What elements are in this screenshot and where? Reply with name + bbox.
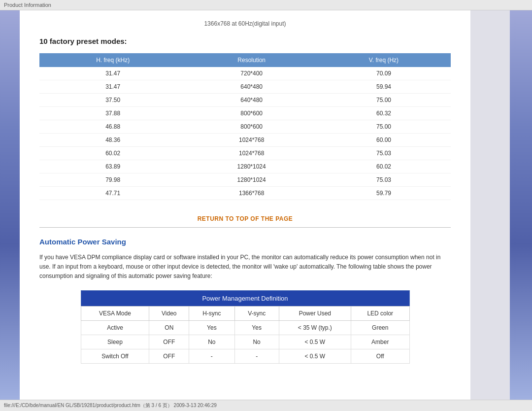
preset-col-vfreq: V. freq (Hz) [317,53,451,67]
power-active-power: < 35 W (typ.) [279,320,351,335]
table-cell: 37.50 [39,94,186,107]
top-bar: Product Information [0,0,532,10]
power-switchoff-vsync: - [234,349,279,363]
table-row: 37.50640*48075.00 [39,94,451,107]
table-cell: 75.03 [317,147,451,160]
table-cell: 60.32 [317,107,451,120]
table-cell: 640*480 [186,94,317,107]
power-switchoff-power: < 0.5 W [279,349,351,363]
power-col-powerused: Power Used [279,306,351,320]
power-sleep-led: Amber [351,335,409,349]
content-area: 1366x768 at 60Hz(digital input) 10 facto… [20,10,470,400]
power-sleep-vesa: Sleep [81,335,149,349]
power-col-video: Video [149,306,189,320]
table-cell: 1024*768 [186,147,317,160]
power-active-vesa: Active [81,320,149,335]
table-cell: 800*600 [186,120,317,134]
table-cell: 59.94 [317,80,451,94]
power-table-main-header: Power Management Definition [81,290,409,306]
table-cell: 60.00 [317,134,451,147]
table-cell: 1280*1024 [186,160,317,173]
power-row-active: Active ON Yes Yes < 35 W (typ.) Green [81,320,409,335]
power-sleep-vsync: No [234,335,279,349]
power-sleep-hsync: No [189,335,234,349]
main-layout: 1366x768 at 60Hz(digital input) 10 facto… [0,10,532,400]
table-cell: 31.47 [39,80,186,94]
power-description: If you have VESA DPM compliance display … [39,253,451,281]
right-sidebar-2 [510,10,532,400]
table-cell: 60.02 [317,160,451,173]
table-row: 46.88800*60075.00 [39,120,451,134]
right-sidebar-1 [470,10,510,400]
table-cell: 31.47 [39,67,186,80]
bottom-bar-label: file:///E:/CD/bde/manual/EN GL/SB/19281/… [4,403,217,408]
table-cell: 59.79 [317,187,451,200]
preset-col-hfreq: H. freq (kHz) [39,53,186,67]
top-bar-label: Product Information [4,2,51,8]
table-cell: 75.03 [317,173,451,187]
table-cell: 640*480 [186,80,317,94]
power-switchoff-video: OFF [149,349,189,363]
table-row: 63.891280*102460.02 [39,160,451,173]
power-active-hsync: Yes [189,320,234,335]
table-cell: 47.71 [39,187,186,200]
table-cell: 63.89 [39,160,186,173]
power-active-video: ON [149,320,189,335]
preset-col-resolution: Resolution [186,53,317,67]
table-cell: 37.88 [39,107,186,120]
left-sidebar [0,10,20,400]
preset-table: H. freq (kHz) Resolution V. freq (Hz) 31… [39,53,451,200]
table-cell: 75.00 [317,120,451,134]
page-content: 1366x768 at 60Hz(digital input) 10 facto… [20,10,470,400]
power-switchoff-hsync: - [189,349,234,363]
table-cell: 46.88 [39,120,186,134]
auto-power-title: Automatic Power Saving [39,238,451,246]
table-cell: 70.09 [317,67,451,80]
power-col-vsync: V-sync [234,306,279,320]
power-table: Power Management Definition VESA Mode Vi… [81,290,410,364]
table-cell: 1280*1024 [186,173,317,187]
power-switchoff-vesa: Switch Off [81,349,149,363]
return-link[interactable]: RETURN TO TOP OF THE PAGE [198,215,293,222]
preset-table-header-row: H. freq (kHz) Resolution V. freq (Hz) [39,53,451,67]
right-sidebar-outer [470,10,532,400]
table-cell: 60.02 [39,147,186,160]
table-cell: 79.98 [39,173,186,187]
power-row-switchoff: Switch Off OFF - - < 0.5 W Off [81,349,409,363]
table-cell: 48.36 [39,134,186,147]
table-row: 60.021024*76875.03 [39,147,451,160]
table-row: 79.981280*102475.03 [39,173,451,187]
power-col-ledcolor: LED color [351,306,409,320]
table-row: 31.47640*48059.94 [39,80,451,94]
power-table-header-label: Power Management Definition [81,290,409,306]
bottom-bar: file:///E:/CD/bde/manual/EN GL/SB/19281/… [0,400,532,411]
table-cell: 1024*768 [186,134,317,147]
power-switchoff-led: Off [351,349,409,363]
power-sleep-power: < 0.5 W [279,335,351,349]
power-active-vsync: Yes [234,320,279,335]
power-table-col-headers: VESA Mode Video H-sync V-sync Power Used… [81,306,409,320]
table-row: 31.47720*40070.09 [39,67,451,80]
return-link-container[interactable]: RETURN TO TOP OF THE PAGE [39,215,451,222]
table-cell: 1366*768 [186,187,317,200]
table-row: 37.88800*60060.32 [39,107,451,120]
power-active-led: Green [351,320,409,335]
table-row: 47.711366*76859.79 [39,187,451,200]
table-cell: 75.00 [317,94,451,107]
table-cell: 800*600 [186,107,317,120]
table-cell: 720*400 [186,67,317,80]
power-sleep-video: OFF [149,335,189,349]
resolution-note: 1366x768 at 60Hz(digital input) [39,20,451,27]
divider [39,227,451,228]
power-col-hsync: H-sync [189,306,234,320]
table-row: 48.361024*76860.00 [39,134,451,147]
preset-section-title: 10 factory preset modes: [39,37,451,45]
power-row-sleep: Sleep OFF No No < 0.5 W Amber [81,335,409,349]
power-col-vesa: VESA Mode [81,306,149,320]
